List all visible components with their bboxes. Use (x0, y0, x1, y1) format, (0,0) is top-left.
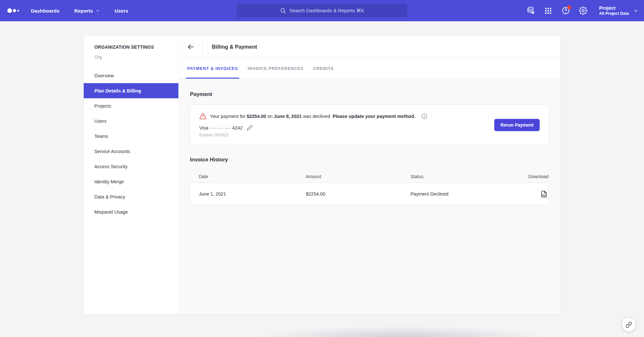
global-search-input[interactable]: Search Dashboards & Reports ⌘K (237, 4, 407, 17)
edit-card-icon[interactable] (247, 125, 253, 131)
sidebar-section-title: ORGANIZATION SETTINGS (94, 44, 178, 50)
nav-item-dashboards[interactable]: Dashboards (31, 8, 60, 14)
download-pdf-icon[interactable]: PDF (540, 190, 548, 198)
payment-card: Your payment for $2254.00 on June 8, 202… (190, 104, 549, 144)
sidebar-item-label: Access Security (94, 164, 128, 169)
alert-pre: Your payment for (210, 114, 245, 119)
search-icon (280, 7, 286, 14)
nav-item-reports-label: Reports (74, 8, 93, 14)
warning-triangle-icon (199, 113, 206, 120)
col-header-status: Status (411, 174, 511, 179)
invoice-table-row: June 1, 2021 $2254.00 Payment Declined P… (190, 183, 549, 205)
invoice-history-table: Date Amount Status Download June 1, 2021… (190, 170, 549, 205)
invoice-amount: $2254.00 (306, 191, 411, 197)
tab-label: PAYMENT & INVOICES (187, 66, 238, 71)
sidebar-item-label: Identity Merge (94, 179, 124, 184)
sidebar-item-label: Users (94, 119, 107, 124)
help-icon[interactable] (561, 6, 570, 15)
sidebar-item-service-accounts[interactable]: Service Accounts (84, 144, 178, 159)
tab-content: Payment Your payment for $2254.00 on Jun… (179, 79, 560, 314)
sidebar-item-label: Data & Privacy (94, 194, 125, 199)
billing-payment-main: Billing & Payment PAYMENT & INVOICES INV… (179, 36, 560, 314)
page-header: Billing & Payment (179, 36, 560, 58)
project-switcher[interactable]: Project All Project Data (599, 5, 638, 16)
nav-item-dashboards-label: Dashboards (31, 8, 60, 14)
copy-link-button[interactable] (622, 318, 636, 332)
sidebar-item-access-security[interactable]: Access Security (84, 159, 178, 174)
tab-payment-invoices[interactable]: PAYMENT & INVOICES (186, 58, 239, 79)
sidebar-item-label: Plan Details & Billing (94, 88, 141, 93)
chevron-down-icon (96, 9, 100, 13)
settings-gear-icon[interactable] (579, 6, 588, 15)
sidebar-org-name: Org (94, 54, 178, 60)
tab-label: INVOICE PREFERENCES (248, 66, 304, 71)
sidebar-item-label: Mixpanel Usage (94, 209, 128, 215)
tab-label: CREDITS (313, 66, 334, 71)
svg-text:PDF: PDF (542, 194, 546, 196)
info-icon[interactable] (421, 113, 428, 120)
top-navigation: Dashboards Reports Users Search Dashboar… (0, 0, 644, 21)
sidebar-item-plan-details-billing[interactable]: Plan Details & Billing (84, 83, 178, 98)
sidebar-item-data-privacy[interactable]: Data & Privacy (84, 189, 178, 204)
project-label: Project (599, 5, 629, 11)
arrow-left-icon (187, 43, 194, 51)
sidebar-item-overview[interactable]: Overview (84, 68, 178, 83)
alert-mid: on (267, 114, 272, 119)
organization-settings-sidebar: ORGANIZATION SETTINGS Org Overview Plan … (84, 36, 179, 314)
sidebar-item-teams[interactable]: Teams (84, 129, 178, 144)
sidebar-item-label: Overview (94, 73, 114, 78)
col-header-download: Download (511, 174, 548, 179)
card-expiry: Expires 10/2022 (199, 133, 428, 137)
payment-declined-alert: Your payment for $2254.00 on June 8, 202… (199, 113, 428, 120)
search-placeholder: Search Dashboards & Reports ⌘K (289, 8, 365, 14)
link-icon (626, 322, 632, 328)
apps-grid-icon[interactable] (544, 6, 553, 15)
back-button[interactable] (179, 36, 203, 58)
invoice-status: Payment Declined (411, 191, 511, 197)
card-number: Visa ···· ···· ···· 4242 (199, 125, 242, 130)
page-title: Billing & Payment (212, 36, 257, 58)
alert-amount: $2254.00 (247, 114, 266, 119)
alert-cta: Please update your payment method. (333, 114, 415, 119)
invoice-date: June 1, 2021 (199, 191, 306, 197)
mixpanel-logo[interactable] (7, 8, 22, 14)
rerun-payment-button[interactable]: Rerun Payment (494, 119, 540, 131)
sidebar-item-label: Projects (94, 103, 111, 109)
payment-section-title: Payment (190, 91, 549, 97)
sidebar-item-mixpanel-usage[interactable]: Mixpanel Usage (84, 204, 178, 219)
nav-item-reports[interactable]: Reports (74, 8, 100, 14)
alert-post: was declined. (303, 114, 331, 119)
billing-tabs: PAYMENT & INVOICES INVOICE PREFERENCES C… (179, 58, 560, 79)
bottom-shadow (232, 322, 573, 337)
card-on-file: Visa ···· ···· ···· 4242 (199, 125, 428, 131)
sidebar-item-label: Service Accounts (94, 149, 130, 154)
project-value: All Project Data (599, 11, 629, 16)
col-header-amount: Amount (306, 174, 411, 179)
invoice-table-header: Date Amount Status Download (190, 170, 549, 183)
sidebar-item-users[interactable]: Users (84, 113, 178, 129)
sidebar-item-identity-merge[interactable]: Identity Merge (84, 174, 178, 189)
tab-credits[interactable]: CREDITS (312, 58, 335, 79)
sidebar-item-label: Teams (94, 134, 108, 139)
col-header-date: Date (199, 174, 306, 179)
invoice-history-title: Invoice History (190, 157, 549, 163)
nav-item-users[interactable]: Users (115, 8, 128, 14)
nav-item-users-label: Users (115, 8, 128, 14)
tab-invoice-preferences[interactable]: INVOICE PREFERENCES (246, 58, 305, 79)
alert-text: Your payment for $2254.00 on June 8, 202… (210, 114, 415, 119)
data-management-icon[interactable] (526, 6, 535, 15)
notification-badge (567, 5, 571, 9)
alert-date: June 8, 2021 (274, 114, 302, 119)
sidebar-item-projects[interactable]: Projects (84, 98, 178, 113)
chevron-down-icon (633, 8, 638, 13)
settings-panel: ORGANIZATION SETTINGS Org Overview Plan … (84, 36, 560, 314)
